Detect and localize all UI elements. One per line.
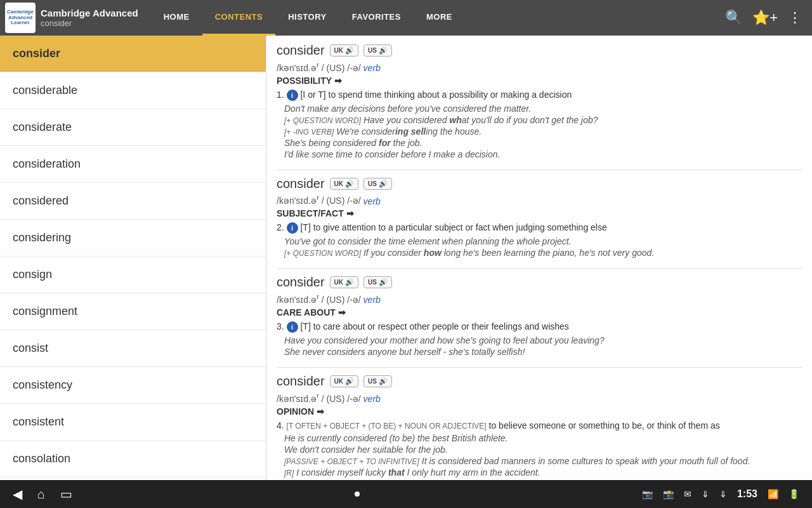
uk-audio-btn-3[interactable]: UK 🔊 [330, 276, 358, 288]
sidebar: consider considerable considerate consid… [0, 36, 266, 480]
app-title-block: Cambridge Advanced consider [41, 8, 138, 28]
us-speaker-icon-4: 🔊 [379, 377, 388, 385]
category-label-1: POSSIBILITY ➡ [277, 76, 802, 86]
category-label-3: CARE ABOUT ➡ [277, 307, 802, 318]
us-flag-label-3: US [368, 279, 377, 286]
tab-history[interactable]: HISTORY [275, 0, 339, 36]
def-text-1: to spend time thinking about a possibili… [329, 90, 572, 100]
category-text-2: SUBJECT/FACT [277, 208, 344, 218]
category-label-2: SUBJECT/FACT ➡ [277, 208, 802, 218]
divider-3 [277, 367, 802, 368]
tab-favorites[interactable]: FAVORITES [339, 0, 414, 36]
nav-right: 🔍 ⭐+ ⋮ [725, 10, 812, 26]
email-icon: ✉ [684, 489, 691, 499]
def-note-1: [I or T] [300, 90, 325, 100]
app-subtitle: consider [41, 18, 138, 28]
phonetic-text-1: /kən'sɪd.ər / (US) /-ə/ [277, 63, 363, 73]
example-2-1: [+ QUESTION WORD] If you consider how lo… [284, 248, 802, 258]
sidebar-item-consignment[interactable]: consignment [0, 293, 266, 330]
category-text-1: POSSIBILITY [277, 76, 332, 86]
def-note-2: [T] [300, 222, 310, 232]
phonetic-line-3: /kən'sɪd.ər / (US) /-ə/ verb [277, 292, 802, 305]
sidebar-item-considerable[interactable]: considerable [0, 72, 266, 109]
home-button[interactable]: ⌂ [37, 487, 45, 502]
us-flag-label-2: US [368, 180, 377, 187]
wifi-icon: 📶 [768, 489, 778, 499]
phonetic-line-4: /kən'sɪd.ər / (US) /-ə/ verb [277, 391, 802, 404]
entry-header-1: consider UK 🔊 US 🔊 [277, 43, 802, 58]
main-area: consider considerable considerate consid… [0, 36, 812, 480]
app-title: Cambridge Advanced [41, 8, 138, 18]
tab-contents[interactable]: CONTENTS [202, 0, 276, 36]
entry-block-1: consider UK 🔊 US 🔊 /kən'sɪd.ər / (US) /-… [277, 43, 802, 159]
definition-1: 1. i [I or T] to spend time thinking abo… [277, 90, 802, 101]
phonetic-text-2: /kən'sɪd.ər / (US) /-ə/ [277, 196, 363, 206]
favorites-icon[interactable]: ⭐+ [752, 10, 778, 26]
pos-4: verb [363, 394, 381, 404]
nav-tabs: HOME CONTENTS HISTORY FAVORITES MORE [151, 0, 465, 36]
example-4-3: [R] I consider myself lucky that I only … [284, 467, 802, 478]
status-bar-center [355, 491, 360, 497]
def-text-4: to believe someone or something to be, o… [489, 420, 720, 431]
recents-button[interactable]: ▭ [60, 486, 72, 502]
uk-speaker-icon-2: 🔊 [345, 180, 354, 188]
category-arrow-3: ➡ [338, 307, 346, 318]
info-icon-3: i [287, 321, 298, 333]
us-audio-btn-1[interactable]: US 🔊 [363, 44, 392, 57]
example-2-0: You've got to consider the time element … [284, 236, 802, 246]
info-icon-1: i [287, 90, 298, 101]
image-icon: 📷 [642, 489, 653, 499]
top-bar: CambridgeAdvancedLearner Cambridge Advan… [0, 0, 812, 36]
divider-2 [277, 268, 802, 269]
entry-header-4: consider UK 🔊 US 🔊 [277, 374, 802, 389]
back-button[interactable]: ◀ [13, 486, 22, 502]
phonetic-text-3: /kən'sɪd.ər / (US) /-ə/ [277, 295, 363, 305]
sidebar-item-consistent[interactable]: consistent [0, 404, 266, 441]
sidebar-item-consideration[interactable]: consideration [0, 146, 266, 183]
example-1-4: I'd like some time to consider before I … [284, 149, 802, 159]
screenshot-icon: 📸 [663, 489, 674, 499]
entry-word-1: consider [277, 43, 325, 58]
more-icon[interactable]: ⋮ [788, 10, 802, 26]
us-audio-btn-3[interactable]: US 🔊 [363, 276, 392, 288]
us-speaker-icon-3: 🔊 [379, 278, 388, 286]
us-flag-label-1: US [368, 47, 377, 54]
search-icon[interactable]: 🔍 [725, 10, 742, 26]
example-4-1: We don't consider her suitable for the j… [284, 444, 802, 455]
us-audio-btn-4[interactable]: US 🔊 [363, 375, 392, 387]
sidebar-item-consign[interactable]: consign [0, 257, 266, 293]
uk-speaker-icon-4: 🔊 [345, 377, 354, 385]
uk-audio-btn-2[interactable]: UK 🔊 [330, 178, 358, 190]
sidebar-item-considerate[interactable]: considerate [0, 109, 266, 146]
uk-flag-label-3: UK [334, 279, 343, 286]
category-text-4: OPINION [277, 406, 314, 417]
sidebar-item-consist[interactable]: consist [0, 330, 266, 367]
definition-3: 3. i [T] to care about or respect other … [277, 321, 802, 333]
tab-more[interactable]: MORE [414, 0, 465, 36]
sidebar-item-considered[interactable]: considered [0, 183, 266, 220]
pos-1: verb [363, 63, 381, 73]
us-audio-btn-2[interactable]: US 🔊 [363, 178, 392, 190]
def-note-3: [T] [300, 321, 310, 331]
phonetic-line-2: /kən'sɪd.ər / (US) /-ə/ verb [277, 194, 802, 206]
entry-header-2: consider UK 🔊 US 🔊 [277, 177, 802, 191]
def-num-2: 2. [277, 222, 284, 232]
tab-home[interactable]: HOME [151, 0, 202, 36]
status-bar-left: ◀ ⌂ ▭ [13, 486, 72, 502]
uk-audio-btn-4[interactable]: UK 🔊 [330, 375, 358, 387]
uk-speaker-icon-3: 🔊 [345, 278, 354, 286]
uk-audio-btn-1[interactable]: UK 🔊 [330, 44, 358, 57]
uk-flag-label-4: UK [334, 378, 343, 385]
phonetic-line-1: /kən'sɪd.ər / (US) /-ə/ verb [277, 60, 802, 73]
sidebar-item-considering[interactable]: considering [0, 220, 266, 257]
sidebar-item-consistency[interactable]: consistency [0, 367, 266, 404]
sidebar-item-consider[interactable]: consider [0, 36, 266, 72]
app-icon: CambridgeAdvancedLearner [5, 3, 36, 33]
phonetic-text-4: /kən'sɪd.ər / (US) /-ə/ [277, 394, 363, 404]
example-1-1: [+ QUESTION WORD] Have you considered wh… [284, 115, 802, 125]
uk-flag-label-2: UK [334, 180, 343, 187]
entry-block-2: consider UK 🔊 US 🔊 /kən'sɪd.ər / (US) /-… [277, 177, 802, 258]
entry-block-3: consider UK 🔊 US 🔊 /kən'sɪd.ər / (US) /-… [277, 275, 802, 357]
category-arrow-4: ➡ [317, 406, 324, 417]
sidebar-item-consolation[interactable]: consolation [0, 441, 266, 478]
